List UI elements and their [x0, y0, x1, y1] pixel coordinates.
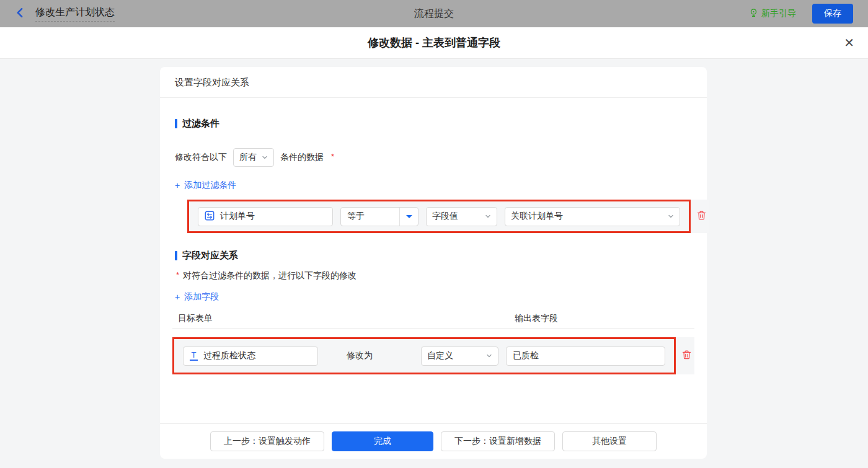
- mapping-section: 字段对应关系 * 对符合过滤条件的数据，进行以下字段的修改 + 添加字段 目标表…: [160, 250, 707, 323]
- value-type-value: 字段值: [432, 211, 458, 222]
- target-field-input[interactable]: T 过程质检状态: [183, 347, 318, 366]
- relation-field-icon: [205, 211, 215, 223]
- mapping-section-title-text: 字段对应关系: [182, 250, 238, 262]
- filter-field-value: 计划单号: [220, 211, 255, 222]
- required-mark: *: [331, 152, 334, 161]
- close-button[interactable]: ✕: [844, 37, 854, 49]
- value-type-select[interactable]: 字段值: [426, 207, 497, 226]
- chevron-down-icon: [262, 152, 268, 162]
- next-step-button[interactable]: 下一步：设置新增数据: [441, 431, 555, 451]
- modify-type-select[interactable]: 自定义: [421, 347, 498, 366]
- match-condition-line: 修改符合以下 所有 条件的数据 *: [175, 148, 692, 167]
- top-bar: 修改生产计划状态 流程提交 新手引导 保存: [0, 0, 868, 27]
- mapping-description: * 对符合过滤条件的数据，进行以下字段的修改: [175, 270, 692, 281]
- chevron-down-icon: [668, 211, 674, 221]
- close-icon: ✕: [844, 36, 854, 50]
- workflow-node-title: 流程提交: [414, 7, 454, 20]
- trash-icon: [696, 210, 707, 223]
- delete-filter-button[interactable]: [696, 210, 707, 223]
- modify-type-value: 自定义: [427, 350, 453, 361]
- chevron-down-icon: [486, 351, 492, 361]
- beginner-guide-label: 新手引导: [761, 8, 796, 19]
- prev-step-button[interactable]: 上一步：设置触发动作: [210, 431, 324, 451]
- add-filter-condition-label: 添加过滤条件: [184, 180, 236, 191]
- filter-condition-row: 计划单号 等于 字段值 关联计划单号: [187, 200, 709, 233]
- mapping-table-header: 目标表单 输出表字段: [175, 313, 692, 323]
- filter-field-input[interactable]: 计划单号: [198, 207, 333, 226]
- plus-icon: +: [175, 292, 180, 302]
- chevron-down-icon: [485, 211, 491, 221]
- beginner-guide-link[interactable]: 新手引导: [749, 8, 796, 19]
- match-prefix-label: 修改符合以下: [175, 152, 227, 163]
- caret-down-icon: [406, 215, 412, 221]
- panel-title: 设置字段对应关系: [160, 67, 707, 98]
- topbar-actions: 新手引导 保存: [749, 4, 853, 24]
- add-filter-condition-link[interactable]: + 添加过滤条件: [175, 180, 236, 191]
- modal-title: 修改数据 - 主表到普通字段: [368, 35, 500, 50]
- done-button[interactable]: 完成: [332, 431, 433, 451]
- mapping-highlight-box: T 过程质检状态 修改为 自定义 已质检: [172, 337, 676, 374]
- mapping-description-text: 对符合过滤条件的数据，进行以下字段的修改: [183, 270, 356, 281]
- section-marker: [175, 251, 177, 260]
- section-marker: [175, 119, 177, 128]
- operator-select[interactable]: 等于: [340, 207, 418, 226]
- match-type-select[interactable]: 所有: [233, 148, 274, 167]
- target-field-value: 过程质检状态: [203, 350, 255, 361]
- filter-highlight-box: 计划单号 等于 字段值 关联计划单号: [187, 200, 691, 233]
- modal-header: 修改数据 - 主表到普通字段 ✕: [0, 27, 868, 59]
- mapping-rows: T 过程质检状态 修改为 自定义 已质检: [160, 337, 707, 374]
- trash-icon: [681, 350, 692, 362]
- back-button[interactable]: [15, 7, 25, 20]
- match-suffix-label: 条件的数据: [280, 152, 324, 163]
- delete-field-button[interactable]: [681, 350, 692, 362]
- operator-value: 等于: [341, 211, 399, 222]
- modify-value-input[interactable]: 已质检: [506, 347, 665, 366]
- modify-value-text: 已质检: [513, 350, 539, 361]
- table-divider: [172, 328, 694, 329]
- match-type-value: 所有: [239, 152, 257, 163]
- required-mark: *: [176, 270, 179, 280]
- add-field-link[interactable]: + 添加字段: [175, 291, 219, 302]
- field-mapping-row: T 过程质检状态 修改为 自定义 已质检: [172, 337, 694, 374]
- text-field-icon: T: [190, 351, 198, 361]
- settings-panel: 设置字段对应关系 过滤条件 修改符合以下 所有 条件的数据 * + 添加过滤条件: [160, 67, 707, 459]
- guide-pin-icon: [749, 8, 758, 19]
- filter-section: 过滤条件 修改符合以下 所有 条件的数据 * + 添加过滤条件: [160, 118, 707, 233]
- output-field-column-header: 输出表字段: [515, 313, 558, 324]
- page-title: 修改生产计划状态: [35, 6, 115, 22]
- add-field-label: 添加字段: [184, 291, 219, 302]
- filter-section-title-text: 过滤条件: [182, 118, 219, 130]
- panel-footer: 上一步：设置触发动作 完成 下一步：设置新增数据 其他设置: [160, 423, 707, 459]
- operator-caret-zone[interactable]: [399, 208, 418, 226]
- modify-to-label: 修改为: [347, 350, 381, 361]
- plus-icon: +: [175, 180, 180, 190]
- mapping-section-title: 字段对应关系: [175, 250, 692, 262]
- save-button[interactable]: 保存: [812, 4, 853, 24]
- chevron-left-icon: [15, 7, 25, 20]
- other-settings-button[interactable]: 其他设置: [562, 431, 657, 451]
- compare-value-select[interactable]: 关联计划单号: [505, 207, 680, 226]
- target-form-column-header: 目标表单: [178, 313, 213, 323]
- filter-section-title: 过滤条件: [175, 118, 692, 130]
- compare-value: 关联计划单号: [511, 211, 563, 222]
